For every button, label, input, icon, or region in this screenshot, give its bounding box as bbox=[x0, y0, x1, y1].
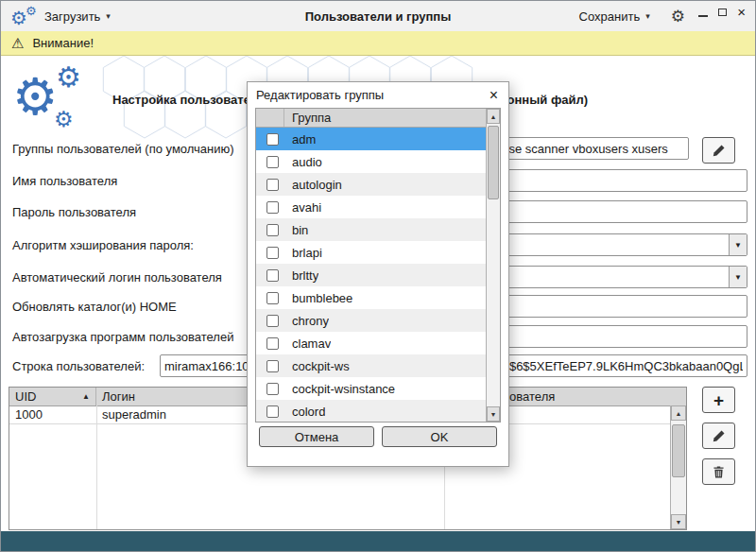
app-gears-icon: ⚙ ⚙ bbox=[9, 3, 41, 29]
gear-icon: ⚙ bbox=[26, 5, 37, 17]
cell-uid: 1000 bbox=[9, 406, 96, 423]
ok-button[interactable]: OK bbox=[382, 426, 497, 447]
chevron-down-icon: ▾ bbox=[645, 11, 650, 21]
column-divider bbox=[96, 405, 97, 529]
group-row[interactable]: clamav bbox=[256, 332, 486, 354]
group-name: adm bbox=[292, 132, 316, 147]
groups-list-header: Группа bbox=[256, 109, 486, 128]
group-row[interactable]: colord bbox=[256, 400, 486, 423]
group-checkbox[interactable] bbox=[266, 315, 279, 327]
group-checkbox[interactable] bbox=[266, 383, 279, 395]
group-name: chrony bbox=[292, 314, 329, 328]
window-controls: × bbox=[698, 6, 746, 19]
close-icon: × bbox=[490, 87, 498, 103]
groups-scrollbar[interactable]: ▲ ▼ bbox=[486, 109, 500, 422]
group-row[interactable]: avahi bbox=[256, 196, 486, 218]
group-checkbox[interactable] bbox=[266, 405, 279, 418]
group-name: audio bbox=[292, 155, 322, 169]
chevron-down-icon: ▾ bbox=[106, 11, 111, 21]
password-label: Пароль пользователя bbox=[12, 201, 136, 224]
group-checkbox[interactable] bbox=[266, 337, 279, 350]
group-checkbox[interactable] bbox=[266, 156, 279, 168]
default-groups-label: Группы пользователей (по умолчанию) bbox=[12, 138, 234, 161]
username-label: Имя пользователя bbox=[12, 170, 117, 193]
scroll-down-icon[interactable]: ▼ bbox=[671, 514, 686, 529]
table-scrollbar[interactable]: ▲ ▼ bbox=[670, 405, 686, 529]
group-row[interactable]: autologin bbox=[256, 173, 486, 196]
delete-user-button[interactable] bbox=[702, 458, 735, 485]
users-string-label: Строка пользователей: bbox=[12, 355, 145, 378]
group-row[interactable]: audio bbox=[256, 150, 486, 173]
edit-groups-button[interactable] bbox=[702, 137, 735, 164]
hash-algorithm-label: Алгоритм хэширования пароля: bbox=[12, 234, 194, 257]
scroll-up-icon[interactable]: ▲ bbox=[487, 109, 500, 124]
trash-icon bbox=[712, 465, 726, 479]
group-name: avahi bbox=[292, 200, 321, 215]
group-name: bin bbox=[292, 223, 308, 237]
group-row[interactable]: bumblebee bbox=[256, 286, 486, 309]
autologin-label: Автоматический логин пользователя bbox=[12, 267, 222, 289]
scrollbar-thumb[interactable] bbox=[672, 424, 685, 477]
scrollbar-thumb[interactable] bbox=[488, 126, 499, 199]
group-checkbox[interactable] bbox=[266, 247, 279, 259]
scroll-up-icon[interactable]: ▲ bbox=[671, 405, 686, 421]
groups-list: Группа adm audio autologin avahi bbox=[255, 108, 501, 423]
big-gear-icon: ⚙ bbox=[12, 71, 58, 122]
group-name: brltty bbox=[292, 268, 318, 283]
app-window: ⚙ ⚙ Загрузить ▾ Пользователи и группы Со… bbox=[0, 0, 756, 552]
group-checkbox[interactable] bbox=[266, 360, 279, 372]
plus-icon: + bbox=[713, 391, 724, 409]
group-row[interactable]: chrony bbox=[256, 309, 486, 332]
load-button[interactable]: Загрузить ▾ bbox=[41, 8, 114, 26]
group-row[interactable]: adm bbox=[256, 128, 486, 150]
settings-gear-icon: ⚙ bbox=[671, 9, 685, 25]
pencil-icon bbox=[712, 429, 726, 443]
group-column-header[interactable]: Группа bbox=[292, 111, 331, 125]
group-row[interactable]: brltty bbox=[256, 264, 486, 286]
group-row[interactable]: bin bbox=[256, 218, 486, 241]
group-checkbox[interactable] bbox=[266, 269, 279, 282]
chevron-down-icon: ▼ bbox=[729, 234, 747, 255]
load-button-label: Загрузить bbox=[44, 9, 100, 24]
group-name: bumblebee bbox=[292, 291, 352, 305]
dialog-titlebar: Редактировать группы × bbox=[248, 82, 508, 108]
group-name: clamav bbox=[292, 336, 331, 351]
status-bar bbox=[1, 531, 755, 551]
group-checkbox[interactable] bbox=[266, 201, 279, 214]
group-name: cockpit-ws bbox=[292, 359, 350, 373]
group-name: cockpit-wsinstance bbox=[292, 382, 395, 396]
small-gear-icon: ⚙ bbox=[56, 63, 81, 92]
save-button-label: Сохранить bbox=[579, 9, 641, 24]
update-home-label: Обновлять каталог(и) HOME bbox=[12, 296, 177, 319]
cancel-button[interactable]: Отмена bbox=[259, 426, 374, 447]
group-name: brlapi bbox=[292, 246, 322, 260]
group-name: colord bbox=[292, 405, 325, 419]
dialog-close-button[interactable]: × bbox=[488, 88, 500, 103]
groups-rows: adm audio autologin avahi bin bbox=[256, 128, 486, 423]
pencil-icon bbox=[712, 144, 726, 158]
warning-icon: ⚠ bbox=[11, 36, 24, 50]
group-checkbox[interactable] bbox=[266, 179, 279, 191]
toolbar: ⚙ ⚙ Загрузить ▾ Пользователи и группы Со… bbox=[1, 1, 755, 32]
group-row[interactable]: cockpit-ws bbox=[256, 354, 486, 377]
group-row[interactable]: cockpit-wsinstance bbox=[256, 377, 486, 400]
column-header-uid[interactable]: UID ▲ bbox=[9, 388, 96, 405]
edit-groups-dialog: Редактировать группы × Группа adm audio bbox=[247, 81, 509, 467]
settings-button[interactable]: ⚙ bbox=[667, 7, 689, 26]
edit-user-button[interactable] bbox=[702, 423, 735, 449]
autostart-label: Автозагрузка программ пользователей bbox=[12, 326, 233, 349]
group-checkbox[interactable] bbox=[266, 133, 279, 146]
group-name: autologin bbox=[292, 178, 342, 192]
small-gear-icon: ⚙ bbox=[54, 109, 74, 130]
maximize-icon[interactable] bbox=[718, 9, 727, 16]
checkbox-column-spacer bbox=[256, 109, 284, 127]
add-user-button[interactable]: + bbox=[702, 387, 735, 413]
group-checkbox[interactable] bbox=[266, 224, 279, 236]
scroll-down-icon[interactable]: ▼ bbox=[487, 406, 500, 422]
group-row[interactable]: brlapi bbox=[256, 241, 486, 264]
group-checkbox[interactable] bbox=[266, 292, 279, 304]
close-icon[interactable]: × bbox=[737, 7, 746, 18]
minimize-icon[interactable] bbox=[698, 15, 708, 17]
dialog-title: Редактировать группы bbox=[256, 88, 488, 102]
save-button[interactable]: Сохранить ▾ bbox=[576, 8, 654, 26]
